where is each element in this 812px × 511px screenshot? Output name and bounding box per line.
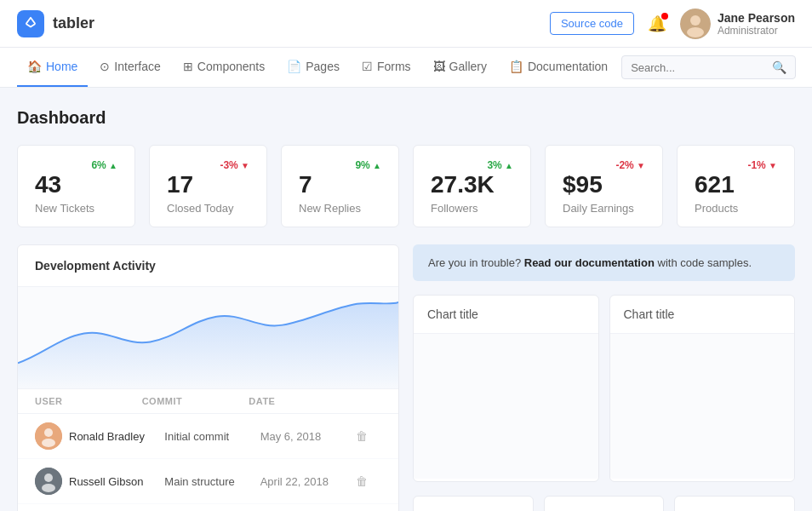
nav-label-forms: Forms: [377, 60, 411, 73]
row-commit-1: Main structure: [164, 475, 260, 488]
activity-table: Ronald Bradley Initial commit May 6, 201…: [18, 414, 398, 511]
chart2-body: [610, 334, 795, 479]
header-actions: Source code 🔔 Jane Pearson Administrator: [550, 9, 795, 39]
interface-icon: ⊙: [100, 60, 110, 73]
nav-items: 🏠 Home ⊙ Interface ⊞ Components 📄 Pages …: [17, 48, 618, 87]
alert-suffix: with code samples.: [658, 256, 752, 269]
page-content: Dashboard 6% ▲ 43 New Tickets -3% ▼ 17 C…: [0, 88, 812, 511]
chart-card-2: Chart title: [609, 295, 796, 482]
stat-badge-4: -2% ▼: [615, 159, 645, 171]
page-title: Dashboard: [17, 108, 795, 128]
nav-item-home[interactable]: 🏠 Home: [17, 48, 88, 87]
row-name-0: Ronald Bradley: [69, 430, 164, 443]
stat-card-5: -1% ▼ 621 Products: [677, 145, 795, 227]
nav-item-forms[interactable]: ☑ Forms: [352, 48, 421, 87]
col-date: DATE: [249, 396, 356, 406]
svg-point-5: [42, 439, 55, 447]
stat-card-3: 3% ▲ 27.3K Followers: [413, 145, 531, 227]
nav-item-gallery[interactable]: 🖼 Gallery: [423, 48, 497, 87]
forms-icon: ☑: [362, 60, 373, 73]
nav-item-components[interactable]: ⊞ Components: [173, 48, 275, 87]
logo-icon: [17, 10, 44, 37]
stat-label-3: Followers: [431, 202, 513, 215]
stat-value-4: $95: [563, 171, 645, 198]
charts-row: Chart title Chart title: [413, 295, 795, 482]
row-name-1: Russell Gibson: [69, 475, 164, 488]
stat-value-5: 621: [695, 171, 777, 198]
bottom-card-0[interactable]: New feedback: [413, 496, 534, 511]
stat-label-0: New Tickets: [35, 202, 117, 215]
row-date-1: April 22, 2018: [260, 475, 356, 488]
right-panel: Are you in trouble? Read our documentati…: [413, 244, 795, 511]
table-row: Russell Gibson Main structure April 22, …: [18, 459, 398, 504]
documentation-icon: 📋: [509, 60, 523, 73]
stat-value-2: 7: [299, 171, 381, 198]
user-name: Jane Pearson: [718, 11, 795, 25]
stat-value-3: 27.3K: [431, 171, 513, 198]
chart2-title: Chart title: [610, 296, 795, 334]
pages-icon: 📄: [287, 60, 301, 73]
nav-item-pages[interactable]: 📄 Pages: [277, 48, 350, 87]
col-action: [356, 396, 381, 406]
stat-card-0: 6% ▲ 43 New Tickets: [17, 145, 135, 227]
notification-bell[interactable]: 🔔: [648, 14, 666, 33]
delete-icon-1[interactable]: 🗑: [356, 474, 381, 488]
user-role: Administrator: [718, 25, 795, 37]
notification-dot: [661, 13, 668, 20]
stat-badge-5: -1% ▼: [747, 159, 777, 171]
svg-point-4: [44, 428, 53, 437]
home-icon: 🏠: [27, 60, 42, 73]
search-icon: 🔍: [772, 60, 786, 74]
stat-value-0: 43: [35, 171, 117, 198]
nav-label-components: Components: [197, 60, 265, 73]
gallery-icon: 🖼: [433, 60, 445, 73]
app-header: tabler Source code 🔔 Jane Pearson Admini…: [0, 0, 812, 48]
stat-label-4: Daily Earnings: [563, 202, 645, 215]
row-avatar-1: [35, 468, 62, 495]
table-header-row: USER COMMIT DATE: [18, 389, 398, 414]
stat-badge-2: 9% ▲: [355, 159, 381, 171]
svg-point-8: [42, 484, 55, 492]
source-code-button[interactable]: Source code: [550, 12, 634, 35]
stat-badge-0: 6% ▲: [91, 159, 117, 171]
nav-label-home: Home: [46, 60, 77, 73]
nav-label-gallery: Gallery: [449, 60, 487, 73]
chart-card-1: Chart title: [413, 295, 599, 482]
user-profile[interactable]: Jane Pearson Administrator: [680, 9, 795, 39]
delete-icon-0[interactable]: 🗑: [356, 429, 381, 443]
dev-activity-chart: [18, 287, 398, 389]
alert-banner: Are you in trouble? Read our documentati…: [413, 244, 795, 281]
bottom-card-2[interactable]: Users online: [674, 496, 795, 511]
svg-point-7: [44, 474, 53, 482]
table-row: Ronald Bradley Initial commit May 6, 201…: [18, 414, 398, 459]
search-input[interactable]: [631, 61, 767, 74]
main-grid: Development Activity USER COMMIT DATE: [17, 244, 795, 511]
stat-card-2: 9% ▲ 7 New Replies: [281, 145, 399, 227]
search-box[interactable]: 🔍: [621, 55, 796, 79]
dev-activity-title: Development Activity: [18, 245, 398, 287]
alert-link[interactable]: Read our documentation: [524, 256, 655, 269]
nav-label-pages: Pages: [306, 60, 340, 73]
stat-badge-3: 3% ▲: [487, 159, 513, 171]
chart1-title: Chart title: [414, 296, 598, 334]
dev-activity-card: Development Activity USER COMMIT DATE: [17, 244, 399, 511]
main-nav: 🏠 Home ⊙ Interface ⊞ Components 📄 Pages …: [0, 48, 812, 88]
avatar: [680, 9, 711, 39]
stats-row: 6% ▲ 43 New Tickets -3% ▼ 17 Closed Toda…: [17, 145, 795, 227]
row-commit-0: Initial commit: [164, 430, 260, 443]
row-avatar-0: [35, 422, 62, 450]
stat-label-2: New Replies: [299, 202, 381, 215]
svg-point-2: [687, 27, 704, 37]
bottom-card-1[interactable]: Today profit: [544, 496, 665, 511]
stat-badge-1: -3% ▼: [220, 159, 249, 171]
svg-point-1: [690, 15, 700, 26]
nav-item-interface[interactable]: ⊙ Interface: [89, 48, 170, 87]
stat-label-5: Products: [695, 202, 777, 215]
nav-label-interface: Interface: [114, 60, 160, 73]
col-user: USER: [35, 396, 142, 406]
stat-label-1: Closed Today: [167, 202, 249, 215]
nav-label-documentation: Documentation: [528, 60, 608, 73]
chart1-body: [414, 334, 598, 479]
nav-item-documentation[interactable]: 📋 Documentation: [499, 48, 618, 87]
stat-card-4: -2% ▼ $95 Daily Earnings: [545, 145, 663, 227]
